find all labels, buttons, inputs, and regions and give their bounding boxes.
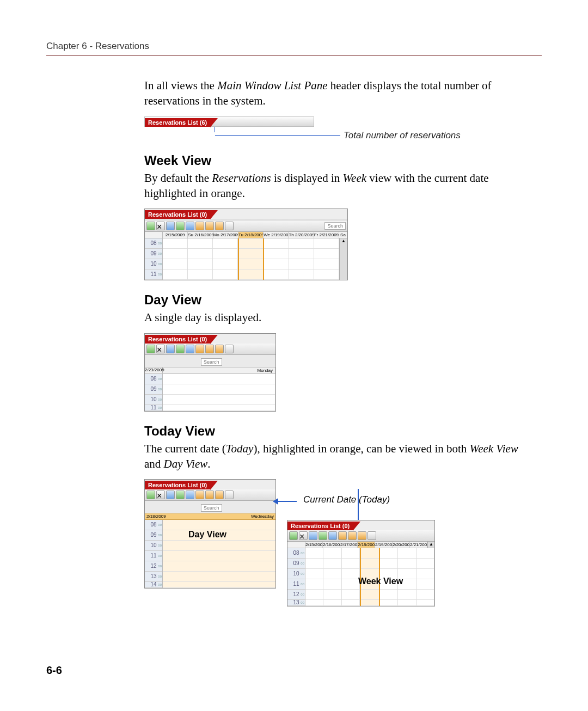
refresh-icon[interactable]: [225, 491, 234, 499]
reservations-list-tab: Reservations List (0): [145, 481, 210, 489]
prev-icon[interactable]: [166, 222, 175, 230]
day-header: 2/15/2009: [163, 232, 188, 238]
day-date-header: 2/23/2009: [145, 367, 163, 373]
list-header-bar: Reservations List (6): [144, 117, 314, 127]
text: is displayed in: [271, 171, 343, 185]
today-icon[interactable]: [176, 222, 185, 230]
delete-icon[interactable]: ×: [156, 491, 165, 499]
today-paragraph: The current date (Today), highlighted in…: [144, 441, 525, 472]
reservations-list-tab: Reservations List (0): [287, 522, 353, 530]
today-icon[interactable]: [176, 345, 185, 353]
monthview-icon[interactable]: [215, 491, 224, 499]
next-icon[interactable]: [186, 345, 194, 353]
prev-icon[interactable]: [309, 531, 317, 540]
day-header: Mo 2/17/2009: [213, 232, 238, 238]
hour-cell: 0900: [145, 249, 162, 259]
today-week-screenshot: Reservations List (0) × 2/15/200 2/16/20…: [287, 520, 435, 606]
dayview-icon[interactable]: [195, 491, 204, 499]
next-icon[interactable]: [186, 491, 194, 499]
hour-cell: 1000: [145, 259, 162, 269]
weekview-icon[interactable]: [205, 345, 214, 353]
text-italic: Reservations: [212, 171, 271, 185]
text: By default the: [144, 171, 212, 185]
monthview-icon[interactable]: [358, 531, 366, 540]
week-view-screenshot: Reservations List (0) × Search 2/15/2009…: [144, 209, 348, 280]
dayview-icon[interactable]: [338, 531, 347, 540]
day-header: Fr 2/21/2009: [314, 232, 339, 238]
time-column: 0800 0900 1000 1100: [145, 238, 163, 280]
heading-week-view: Week View: [144, 153, 525, 168]
day-title: 2/18/2009 Wednesday: [145, 513, 275, 520]
week-paragraph: By default the Reservations is displayed…: [144, 170, 525, 201]
day-view-screenshot: Reservations List (0) × Search 2/23/2009…: [144, 333, 276, 412]
scrollbar[interactable]: ▲: [339, 238, 347, 280]
hour-cell: 1100: [145, 269, 162, 280]
search-input[interactable]: Search: [201, 504, 222, 512]
refresh-icon[interactable]: [367, 531, 376, 540]
today-day-screenshot: Reservations List (0) × Search 2/18/2: [144, 479, 276, 589]
refresh-icon[interactable]: [225, 222, 234, 230]
dayview-icon[interactable]: [195, 222, 204, 230]
week-view-overlay-label: Week View: [358, 577, 403, 586]
weekview-icon[interactable]: [205, 222, 214, 230]
callout-line: [215, 135, 340, 136]
delete-icon[interactable]: ×: [156, 345, 165, 353]
next-icon[interactable]: [186, 222, 194, 230]
day-header: Su 2/16/2009: [188, 232, 213, 238]
arrow-left: [275, 501, 297, 502]
heading-today-view: Today View: [144, 424, 525, 439]
weekview-icon[interactable]: [348, 531, 357, 540]
current-date-callout: Current Date (Today): [303, 494, 390, 505]
calendar-toolbar: × Search: [145, 220, 347, 232]
page-number: 6-6: [46, 664, 542, 677]
intro-paragraph: In all views the Main Window List Pane h…: [144, 78, 525, 109]
day-paragraph: A single day is displayed.: [144, 310, 525, 325]
reservations-list-tab: Reservations List (0): [145, 335, 210, 344]
search-input[interactable]: Search: [201, 358, 222, 366]
new-icon[interactable]: [146, 491, 155, 499]
day-header: Sa: [339, 232, 347, 238]
day-header-today: Tu 2/18/2009: [238, 232, 264, 238]
text-italic: Main Window List Pane: [217, 79, 327, 92]
prev-icon[interactable]: [166, 345, 175, 353]
today-icon[interactable]: [176, 491, 185, 499]
text: In all views the: [144, 79, 217, 92]
monthview-icon[interactable]: [215, 222, 224, 230]
hour-cell: 0800: [145, 238, 162, 249]
reservations-list-tab: Reservations List (6): [145, 118, 210, 127]
calendar-toolbar: ×: [145, 344, 275, 355]
callout-connector: [215, 127, 215, 132]
today-icon[interactable]: [318, 531, 327, 540]
header-rule: [46, 55, 542, 56]
reservations-list-tab: Reservations List (0): [145, 210, 210, 219]
callout-label: Total number of reservations: [344, 130, 461, 141]
day-view-overlay-label: Day View: [188, 530, 226, 540]
weekview-icon[interactable]: [205, 491, 214, 499]
heading-day-view: Day View: [144, 292, 525, 308]
next-icon[interactable]: [328, 531, 337, 540]
page-header: Chapter 6 - Reservations: [46, 41, 542, 52]
delete-icon[interactable]: ×: [156, 222, 165, 230]
new-icon[interactable]: [289, 531, 298, 540]
prev-icon[interactable]: [166, 491, 175, 499]
monthview-icon[interactable]: [215, 345, 224, 353]
day-name-header: Monday: [163, 367, 275, 373]
today-view-compound: Reservations List (0) × Search 2/18/2: [144, 479, 525, 621]
new-icon[interactable]: [146, 222, 155, 230]
time-column: 0800 0900 1000 1100: [145, 374, 163, 411]
search-input[interactable]: Search: [324, 222, 346, 230]
new-icon[interactable]: [146, 345, 155, 353]
day-header: We 2/19/2009: [264, 232, 289, 238]
week-header-row: 2/15/2009 Su 2/16/2009 Mo 2/17/2009 Tu 2…: [145, 232, 347, 238]
delete-icon[interactable]: ×: [299, 531, 308, 540]
dayview-icon[interactable]: [195, 345, 204, 353]
refresh-icon[interactable]: [225, 345, 234, 353]
day-header: Th 2/20/2009: [289, 232, 314, 238]
text-italic: Week: [343, 171, 367, 185]
